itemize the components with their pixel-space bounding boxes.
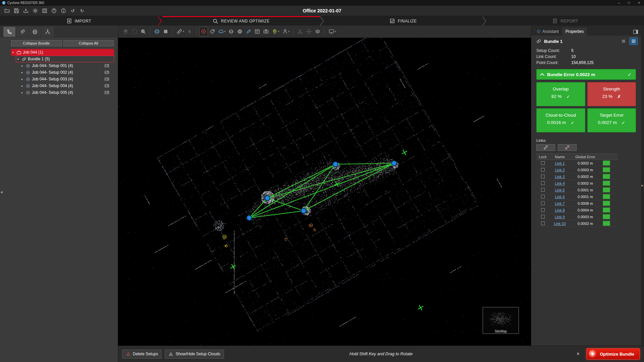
card-overlap[interactable]: Overlap 82 %✓	[536, 82, 585, 106]
lock-checkbox[interactable]	[541, 161, 545, 165]
lock-checkbox[interactable]	[541, 168, 545, 172]
delete-setups-button[interactable]: Delete Setups	[122, 350, 162, 359]
collapse-all-button[interactable]: Collapse All	[63, 40, 114, 46]
tree-item-setup[interactable]: ▸ Job 044- Setup 002 (4)	[16, 69, 114, 76]
link-row[interactable]: Link 100.0002 m	[536, 220, 618, 227]
undo-icon[interactable]: ↺	[68, 7, 77, 15]
link-row[interactable]: Link 40.0002 m	[536, 180, 618, 187]
link-name[interactable]: Link 2	[555, 168, 565, 172]
link-name[interactable]: Link 8	[555, 208, 565, 212]
tree-item-setup[interactable]: ▸ Job 044- Setup 004 (4)	[16, 82, 114, 89]
link-name[interactable]: Link 9	[555, 215, 565, 219]
pano-thumbnail-icon[interactable]	[104, 83, 109, 88]
link-row[interactable]: Link 20.0003 m	[536, 167, 618, 173]
camera-button[interactable]	[262, 27, 270, 36]
registration-link-line[interactable]	[249, 211, 304, 218]
add-tag-button[interactable]	[208, 27, 217, 36]
tree-item-setup[interactable]: ▸ Job 044- Setup 001 (4)	[16, 62, 114, 69]
floorplan-view-button[interactable]	[253, 27, 262, 36]
optimize-bundle-button[interactable]: Optimize Bundle	[586, 348, 640, 360]
bundle-error-banner[interactable]: Bundle Error 0.0022 m ✓	[536, 69, 636, 80]
workflow-step-review-and-optimize[interactable]: REVIEW AND OPTIMIZE	[162, 16, 320, 26]
tree-item-setup[interactable]: ▸ Job 044- Setup 003 (4)	[16, 76, 114, 82]
pano-thumbnail-icon[interactable]	[104, 77, 109, 81]
tree-item-job[interactable]: ▾ Job 044 (1)	[11, 49, 114, 56]
panel-layout-button[interactable]	[633, 29, 638, 34]
link-row[interactable]: Link 70.0008 m	[536, 200, 618, 207]
pano-thumbnail-icon[interactable]	[104, 90, 109, 95]
open-project-icon[interactable]	[3, 7, 11, 15]
add-target-button[interactable]	[199, 27, 208, 36]
registration-link-line[interactable]	[304, 163, 394, 211]
tab-properties[interactable]: Properties	[562, 27, 587, 36]
person-view-button[interactable]: ▾	[281, 27, 291, 36]
link-row[interactable]: Link 90.0003 m	[536, 214, 618, 220]
lock-checkbox[interactable]	[541, 181, 545, 185]
link-name[interactable]: Link 3	[555, 175, 565, 179]
storage-columns-icon[interactable]	[40, 7, 49, 15]
registration-link-line[interactable]	[267, 163, 394, 198]
setup-node[interactable]	[265, 196, 270, 201]
help-icon[interactable]	[50, 7, 58, 15]
collapse-right-panel-handle[interactable]: ▶	[641, 25, 644, 346]
pick-cursor-button[interactable]	[185, 27, 194, 36]
redo-icon[interactable]: ↻	[78, 7, 86, 15]
tab-structure[interactable]	[42, 27, 54, 37]
lock-checkbox[interactable]	[541, 175, 545, 178]
pano-thumbnail-icon[interactable]	[104, 63, 109, 68]
link-name[interactable]: Link 7	[555, 201, 565, 205]
save-icon[interactable]	[12, 7, 20, 15]
grid-view-button[interactable]	[630, 38, 638, 45]
collapse-left-panel-handle[interactable]: ◀	[0, 190, 3, 194]
expander-icon[interactable]: ▸	[20, 78, 24, 81]
sitemap-thumbnail[interactable]: SiteMap	[483, 307, 519, 334]
setup-node[interactable]	[301, 208, 306, 214]
card-strength[interactable]: Strength 23 %✗	[587, 82, 636, 106]
sphere-tool-button[interactable]	[227, 27, 235, 36]
expander-icon[interactable]: ▸	[20, 71, 24, 74]
setup-node[interactable]	[392, 161, 397, 166]
pan-hand-button[interactable]	[121, 27, 130, 36]
setup-node[interactable]	[333, 162, 338, 167]
link-lock-all-button[interactable]	[536, 144, 555, 151]
expander-icon[interactable]: ▾	[16, 58, 20, 61]
view-plane-button[interactable]	[161, 27, 170, 36]
geotag-button[interactable]: ▾	[270, 27, 281, 36]
link-name[interactable]: Link 5	[555, 188, 565, 192]
tree-item-setup[interactable]: ▸ Job 044- Setup 005 (4)	[16, 89, 114, 96]
lock-checkbox[interactable]	[541, 208, 545, 212]
zoom-window-button[interactable]	[139, 27, 148, 36]
lock-checkbox[interactable]	[541, 188, 545, 192]
link-unlock-all-button[interactable]	[558, 144, 577, 151]
link-row[interactable]: Link 50.0001 m	[536, 187, 618, 193]
link-row[interactable]: Link 30.0002 m	[536, 173, 618, 180]
mesh-sphere-button[interactable]	[235, 27, 244, 36]
registration-link-line[interactable]	[335, 163, 394, 164]
collapse-bundle-button[interactable]: Collapse Bundle	[11, 40, 62, 46]
show-hide-setup-clouds-button[interactable]: Show/Hide Setup Clouds	[165, 350, 224, 359]
close-bar-button[interactable]: ×	[574, 351, 582, 357]
workflow-step-finalize[interactable]: FINALIZE	[324, 16, 482, 26]
minimize-button[interactable]: –	[614, 0, 624, 6]
setup-node[interactable]	[247, 216, 252, 221]
card-target-error[interactable]: Target Error 0.0027 m✓	[587, 108, 636, 132]
draw-pen-button[interactable]	[244, 27, 253, 36]
move-setup-button[interactable]	[305, 27, 313, 36]
pano-thumbnail-icon[interactable]	[104, 70, 109, 75]
expander-icon[interactable]: ▾	[11, 51, 15, 54]
settings-gear-icon[interactable]	[31, 7, 39, 15]
view-sphere-button[interactable]	[153, 27, 161, 36]
cloud-tool-button[interactable]: ▾	[217, 27, 227, 36]
select-frame-button[interactable]	[130, 27, 139, 36]
link-name[interactable]: Link 1	[555, 161, 565, 165]
lock-checkbox[interactable]	[541, 222, 545, 225]
link-row[interactable]: Link 80.0004 m	[536, 207, 618, 214]
list-view-button[interactable]	[620, 38, 628, 45]
link-name[interactable]: Link 10	[554, 222, 566, 226]
maximize-button[interactable]: □	[624, 0, 634, 6]
expander-icon[interactable]: ▸	[20, 64, 24, 67]
tab-project-tree[interactable]	[3, 27, 15, 37]
card-cloud-to-cloud[interactable]: Cloud-to-Cloud 0.0016 m✓	[536, 108, 585, 132]
link-row[interactable]: Link 10.0002 m	[536, 160, 618, 167]
import-icon[interactable]	[21, 7, 30, 15]
